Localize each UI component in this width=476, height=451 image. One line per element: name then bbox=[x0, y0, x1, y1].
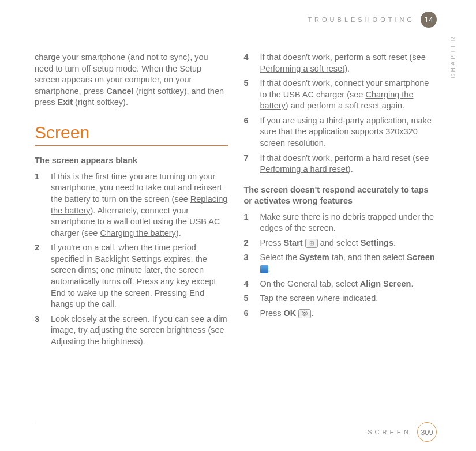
step-number: 3 bbox=[244, 252, 253, 275]
list-item: 5 If that doesn't work, connect your sma… bbox=[244, 78, 437, 112]
header-section-label: TROUBLESHOOTING bbox=[308, 16, 415, 23]
list-item: 4 On the General tab, select Align Scree… bbox=[244, 279, 437, 290]
text: ). bbox=[348, 164, 353, 174]
step-body: If this is the first time you are turnin… bbox=[51, 171, 228, 239]
text: . bbox=[393, 238, 396, 247]
page-number: 309 bbox=[417, 422, 437, 442]
text: Look closely at the screen. If you can s… bbox=[51, 314, 227, 335]
step-number: 4 bbox=[244, 279, 253, 290]
step-body: If that doesn't work, connect your smart… bbox=[260, 78, 437, 112]
step-body: On the General tab, select Align Screen. bbox=[260, 279, 437, 290]
subhead-blank-screen: The screen appears blank bbox=[35, 155, 228, 167]
step-number: 1 bbox=[35, 171, 44, 239]
text: If that doesn't work, perform a soft res… bbox=[260, 52, 426, 62]
text: and select bbox=[320, 238, 361, 247]
text: . bbox=[311, 309, 313, 318]
step-number: 6 bbox=[244, 115, 253, 149]
step-body: Press Start ⊞ and select Settings. bbox=[260, 238, 437, 249]
list-item: 3 Select the System tab, and then select… bbox=[244, 252, 437, 275]
list-item: 1 If this is the first time you are turn… bbox=[35, 171, 228, 239]
text: ) and perform a soft reset again. bbox=[286, 101, 404, 110]
step-body: Select the System tab, and then select S… bbox=[260, 252, 437, 275]
intro-paragraph: charge your smartphone (and not to sync)… bbox=[35, 52, 228, 108]
step-number: 2 bbox=[244, 238, 253, 249]
link-charging-battery[interactable]: Charging the battery bbox=[100, 228, 175, 238]
step-body: Press OK ⓞ. bbox=[260, 308, 437, 320]
step-body: If you're on a call, when the time perio… bbox=[51, 242, 228, 310]
screen-settings-icon bbox=[260, 265, 268, 273]
text: Select the bbox=[260, 253, 300, 262]
page-footer: SCREEN 309 bbox=[368, 422, 437, 442]
windows-flag-icon: ⊞ bbox=[305, 239, 318, 248]
steps-list-2: 1 Make sure there is no debris trapped u… bbox=[244, 212, 437, 320]
step-body: If that doesn't work, perform a soft res… bbox=[260, 52, 437, 74]
text: tab, and then select bbox=[329, 253, 407, 262]
text: ). bbox=[140, 337, 145, 346]
manual-page: TROUBLESHOOTING 14 CHAPTER charge your s… bbox=[0, 0, 476, 451]
step-number: 4 bbox=[244, 52, 253, 74]
ok-key-icon: ⓞ bbox=[298, 309, 311, 318]
bold-cancel: Cancel bbox=[106, 87, 134, 96]
list-item: 7 If that doesn't work, perform a hard r… bbox=[244, 153, 437, 175]
list-item: 6 If you are using a third-party applica… bbox=[244, 115, 437, 149]
link-hard-reset[interactable]: Performing a hard reset bbox=[260, 164, 348, 174]
step-body: Tap the screen where indicated. bbox=[260, 293, 437, 305]
step-number: 5 bbox=[244, 293, 253, 305]
list-item: 4 If that doesn't work, perform a soft r… bbox=[244, 52, 437, 74]
step-body: Make sure there is no debris trapped und… bbox=[260, 212, 437, 234]
step-number: 3 bbox=[35, 314, 44, 348]
chapter-vertical-label: CHAPTER bbox=[450, 35, 456, 78]
step-body: Look closely at the screen. If you can s… bbox=[51, 314, 228, 348]
text: Press bbox=[260, 238, 284, 247]
step-number: 1 bbox=[244, 212, 253, 234]
bold-settings: Settings bbox=[361, 238, 393, 247]
bold-system: System bbox=[299, 253, 329, 262]
bold-ok: OK bbox=[284, 309, 297, 318]
chapter-number-badge: 14 bbox=[421, 12, 437, 28]
text: On the General tab, select bbox=[260, 279, 360, 288]
step-body: If you are using a third-party applicati… bbox=[260, 115, 437, 149]
content-columns: charge your smartphone (and not to sync)… bbox=[35, 52, 437, 416]
list-item: 6 Press OK ⓞ. bbox=[244, 308, 437, 320]
step-body: If that doesn't work, perform a hard res… bbox=[260, 153, 437, 175]
text: . bbox=[268, 264, 271, 273]
list-item: 3 Look closely at the screen. If you can… bbox=[35, 314, 228, 348]
text: Press bbox=[260, 309, 284, 318]
subhead-screen-taps: The screen doesn't respond accurately to… bbox=[244, 185, 437, 207]
list-item: 5 Tap the screen where indicated. bbox=[244, 293, 437, 305]
text: . bbox=[411, 279, 413, 288]
link-soft-reset[interactable]: Performing a soft reset bbox=[260, 64, 345, 73]
text: ). bbox=[176, 228, 181, 238]
bold-align-screen: Align Screen bbox=[360, 279, 411, 288]
bold-exit: Exit bbox=[58, 97, 73, 107]
list-item: 1 Make sure there is no debris trapped u… bbox=[244, 212, 437, 234]
text: (right softkey). bbox=[73, 97, 128, 107]
step-number: 6 bbox=[244, 308, 253, 320]
list-item: 2 Press Start ⊞ and select Settings. bbox=[244, 238, 437, 249]
text: If that doesn't work, perform a hard res… bbox=[260, 153, 429, 163]
link-adjusting-brightness[interactable]: Adjusting the brightness bbox=[51, 337, 140, 346]
step-number: 7 bbox=[244, 153, 253, 175]
section-heading-screen: Screen bbox=[35, 121, 228, 146]
page-header: TROUBLESHOOTING 14 bbox=[308, 12, 437, 28]
text: ). bbox=[344, 64, 350, 73]
step-number: 5 bbox=[244, 78, 253, 112]
step-number: 2 bbox=[35, 242, 44, 310]
footer-section-label: SCREEN bbox=[368, 429, 411, 435]
bold-start: Start bbox=[284, 238, 303, 247]
list-item: 2 If you're on a call, when the time per… bbox=[35, 242, 228, 310]
bold-screen: Screen bbox=[407, 253, 434, 262]
